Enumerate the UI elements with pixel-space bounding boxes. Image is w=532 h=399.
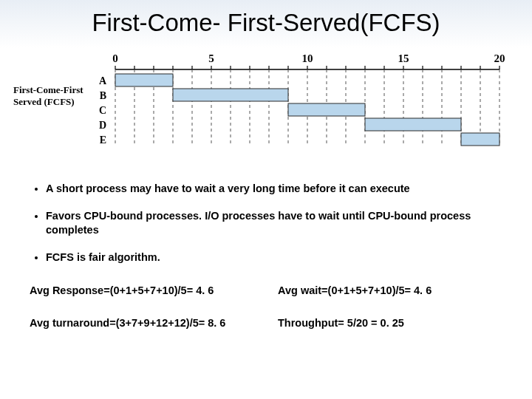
bullet-list: A short process may have to wait a very … (30, 182, 502, 264)
svg-text:E: E (100, 134, 106, 146)
svg-text:0: 0 (112, 52, 118, 64)
svg-rect-49 (115, 74, 173, 86)
slide-title: First-Come- First-Served(FCFS) (0, 0, 532, 43)
svg-rect-55 (365, 118, 461, 131)
svg-text:10: 10 (302, 52, 313, 64)
avg-response: Avg Response=(0+1+5+7+10)/5= 4. 6 (30, 284, 254, 296)
bullet-item: Favors CPU-bound processes. I/O processe… (46, 209, 502, 237)
svg-text:C: C (99, 105, 106, 116)
svg-rect-57 (461, 133, 499, 146)
svg-rect-53 (288, 103, 365, 116)
gantt-chart: First-Come-First Served (FCFS) 05101520A… (13, 49, 519, 160)
avg-wait: Avg wait=(0+1+5+7+10)/5= 4. 6 (278, 284, 502, 296)
bullet-item: A short process may have to wait a very … (46, 182, 502, 196)
svg-rect-51 (173, 89, 288, 101)
svg-text:A: A (99, 75, 107, 86)
avg-turnaround: Avg turnaround=(3+7+9+12+12)/5= 8. 6 (30, 317, 254, 329)
svg-text:5: 5 (208, 52, 214, 64)
chart-side-label: First-Come-First Served (FCFS) (13, 84, 83, 109)
svg-text:20: 20 (494, 52, 505, 64)
bullet-item: FCFS is fair algorithm. (46, 250, 502, 265)
gantt-svg: 05101520ABCDE (86, 49, 514, 160)
svg-text:15: 15 (398, 52, 409, 64)
svg-text:B: B (100, 90, 106, 101)
throughput: Throughput= 5/20 = 0. 25 (278, 317, 502, 329)
svg-text:D: D (99, 120, 106, 131)
metrics-grid: Avg Response=(0+1+5+7+10)/5= 4. 6 Avg wa… (30, 284, 502, 329)
